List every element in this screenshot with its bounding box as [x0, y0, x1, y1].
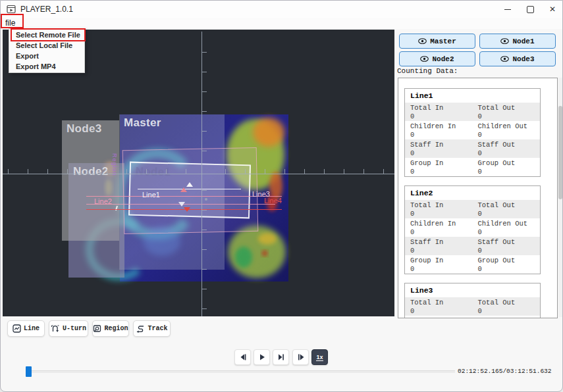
next-frame-icon	[277, 353, 285, 361]
track-icon	[136, 324, 145, 333]
maximize-button[interactable]	[519, 1, 541, 18]
counter-title: Line2	[405, 186, 540, 200]
play-button[interactable]	[254, 349, 270, 365]
step-forward-button[interactable]	[292, 349, 309, 365]
app-window: PLAYER_1.0.1 ✕ file Select Remote File S…	[0, 0, 563, 392]
counter-row: Total In0 Total Out0	[405, 200, 540, 218]
app-icon	[7, 5, 16, 14]
speed-label: 1x	[316, 354, 323, 361]
close-button[interactable]: ✕	[541, 1, 563, 18]
region-master-label: Master	[119, 114, 225, 130]
counter-row: Staff In0 Staff Out0	[405, 237, 540, 255]
counter-row: Group In0 Group Out0	[405, 158, 540, 176]
uturn-tool-label: U-turn	[63, 325, 86, 332]
timeline-thumb[interactable]	[26, 366, 32, 377]
counter-panel-line1: Line1 Total In0 Total Out0 Children In0 …	[404, 88, 541, 177]
play-icon	[258, 353, 266, 361]
toggle-master-label: Master	[430, 37, 456, 45]
marker-down-white	[178, 202, 185, 207]
counting-data-box: Line1 Total In0 Total Out0 Children In0 …	[398, 78, 558, 318]
marker-dot	[205, 198, 207, 201]
title-bar: PLAYER_1.0.1 ✕	[1, 1, 563, 18]
eye-icon	[420, 56, 429, 62]
toggle-node2-button[interactable]: Node2	[399, 51, 475, 66]
region-vertical-label: Region	[111, 153, 118, 176]
counter-panel-line3: Line3 Total In0 Total Out0	[404, 283, 541, 318]
counter-title: Line1	[405, 89, 540, 103]
toggle-node1-label: Node1	[512, 37, 534, 45]
line4-label: Line4	[264, 197, 282, 205]
region-node2: Node2	[68, 163, 124, 278]
annotation-box-file-menu	[1, 14, 24, 28]
toggle-node1-button[interactable]: Node1	[479, 34, 556, 49]
annotation-box-select-remote-file	[11, 28, 86, 41]
counter-row: Children In0 Children Out0	[405, 218, 540, 237]
step-forward-icon	[297, 353, 305, 361]
region-icon	[93, 324, 101, 333]
minimize-button[interactable]	[496, 1, 519, 18]
speed-button[interactable]: 1x	[311, 349, 328, 365]
eye-icon	[500, 38, 509, 44]
counter-row: Total In0 Total Out0	[405, 297, 540, 316]
eye-icon	[418, 38, 427, 44]
uturn-tool-button[interactable]: U-turn	[49, 320, 88, 337]
marker-up-pink	[180, 187, 187, 192]
toggle-node3-button[interactable]: Node3	[479, 51, 556, 66]
marker-down-red	[184, 207, 190, 212]
window-title: PLAYER_1.0.1	[20, 5, 73, 14]
counting-scrollbar[interactable]	[558, 78, 562, 317]
u-turn-icon	[51, 324, 60, 333]
timeline-track[interactable]	[26, 370, 455, 373]
region-node1-label: Node1	[130, 163, 250, 182]
counter-row: Group In0 Group Out0	[405, 255, 540, 274]
menu-item-export-mp4[interactable]: Export MP4	[9, 61, 84, 72]
line-chart-icon	[13, 324, 21, 333]
counter-row: Children In0 Children Out0	[405, 121, 540, 139]
prev-frame-icon	[239, 353, 247, 361]
line-tool-label: Line	[24, 325, 40, 332]
track-tool-label: Track	[147, 325, 167, 332]
next-frame-button[interactable]	[273, 349, 289, 365]
toggle-node3-label: Node3	[512, 55, 534, 63]
menu-item-select-local-file[interactable]: Select Local File	[9, 40, 84, 51]
region-tool-label: Region	[104, 325, 128, 332]
region-tool-button[interactable]: Region	[92, 320, 129, 337]
marker-up-white	[186, 182, 193, 187]
region-node3-label: Node3	[62, 120, 119, 135]
timestamp-label: 02:12:52.165/03:12:51.632	[458, 368, 552, 375]
menu-item-export[interactable]: Export	[9, 51, 84, 61]
counter-title: Line3	[405, 283, 540, 297]
line-tool-button[interactable]: Line	[7, 320, 45, 337]
toggle-master-button[interactable]: Master	[399, 34, 475, 49]
counting-scrollbar-thumb[interactable]	[558, 106, 562, 199]
line2-label: Line2	[94, 197, 112, 205]
line1-label: Line1	[142, 191, 160, 199]
counting-data-label: Counting Data:	[397, 67, 458, 75]
toggle-node2-label: Node2	[432, 55, 454, 63]
counter-row: Staff In0 Staff Out0	[405, 139, 540, 158]
eye-icon	[500, 56, 509, 62]
counter-panel-line2: Line2 Total In0 Total Out0 Children In0 …	[404, 185, 541, 274]
track-tool-button[interactable]: Track	[133, 320, 171, 337]
counter-row: Total In0 Total Out0	[405, 103, 540, 121]
count-line1[interactable]	[138, 189, 241, 189]
menu-bar: file	[1, 18, 563, 29]
prev-frame-button[interactable]	[234, 349, 251, 365]
